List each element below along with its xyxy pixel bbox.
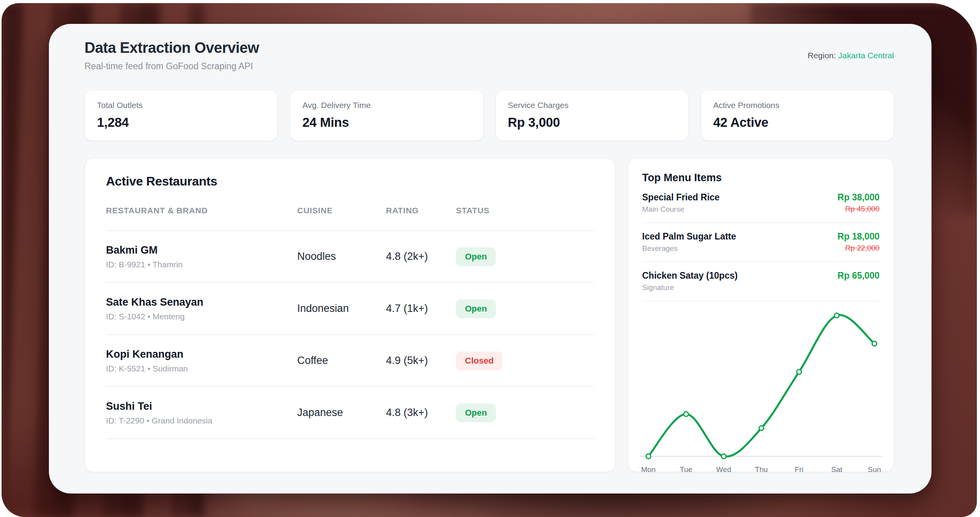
stat-card-total-outlets: Total Outlets 1,284: [84, 90, 278, 141]
menu-item-pricing: Rp 18,000 Rp 22,000: [838, 231, 879, 253]
header-titles: Data Extraction Overview Real-time feed …: [84, 40, 259, 72]
column-header-status: STATUS: [456, 206, 594, 215]
status-badge: Closed: [456, 351, 503, 370]
chart-x-label: Wed: [716, 465, 731, 474]
dashboard-card: Data Extraction Overview Real-time feed …: [49, 24, 932, 494]
table-row[interactable]: Sushi Tei ID: T-2290 • Grand Indonesia J…: [106, 387, 594, 439]
cuisine-cell: Indonesian: [297, 303, 386, 315]
status-cell: Open: [456, 247, 594, 266]
menu-list-item: Special Fried Rice Main Course Rp 38,000…: [642, 184, 879, 223]
stat-label: Avg. Delivery Time: [302, 101, 470, 110]
stat-value: 24 Mins: [302, 115, 470, 130]
menu-list-item: Iced Palm Sugar Latte Beverages Rp 18,00…: [642, 223, 879, 262]
chart-point: [835, 313, 839, 318]
content-panels: Active Restaurants RESTAURANT & BRAND CU…: [84, 158, 894, 472]
table-row[interactable]: Kopi Kenangan ID: K-5521 • Sudirman Coff…: [106, 335, 594, 387]
rating-cell: 4.8 (2k+): [386, 250, 456, 263]
rating-cell: 4.7 (1k+): [386, 303, 456, 315]
restaurant-cell: Sate Khas Senayan ID: S-1042 • Menteng: [106, 296, 297, 321]
page-title: Data Extraction Overview: [84, 40, 259, 56]
stat-value: 1,284: [97, 115, 265, 130]
stat-value: Rp 3,000: [508, 115, 676, 130]
chart-point: [872, 341, 877, 346]
menu-item-price: Rp 65,000: [838, 270, 879, 281]
status-badge: Open: [456, 247, 496, 266]
stat-label: Total Outlets: [97, 101, 265, 110]
stat-card-avg-delivery-time: Avg. Delivery Time 24 Mins: [290, 90, 483, 141]
chart-x-label: Tue: [680, 465, 692, 474]
menu-item-category: Main Course: [642, 205, 720, 214]
rating-cell: 4.9 (5k+): [386, 355, 456, 367]
table-row[interactable]: Bakmi GM ID: B-9921 • Thamrin Noodles 4.…: [106, 231, 594, 283]
stat-card-active-promotions: Active Promotions 42 Active: [701, 90, 894, 141]
restaurant-name: Sate Khas Senayan: [106, 296, 297, 308]
chart-point: [684, 412, 688, 416]
status-cell: Open: [456, 404, 594, 422]
column-header-restaurant: RESTAURANT & BRAND: [106, 206, 297, 215]
status-badge: Open: [456, 404, 496, 422]
menu-item-pricing: Rp 65,000: [838, 270, 879, 292]
trend-line-chart-svg: MonTueWedThuFriSatSun: [628, 304, 894, 481]
menu-item-old-price: Rp 45,000: [838, 205, 879, 213]
table-header: RESTAURANT & BRAND CUISINE RATING STATUS: [106, 206, 594, 231]
restaurant-name: Bakmi GM: [106, 244, 297, 256]
menu-item-name: Chicken Satay (10pcs): [642, 270, 738, 281]
restaurant-meta: ID: B-9921 • Thamrin: [106, 260, 297, 269]
menu-item-pricing: Rp 38,000 Rp 45,000: [838, 192, 879, 214]
restaurant-cell: Bakmi GM ID: B-9921 • Thamrin: [106, 244, 297, 269]
stat-card-service-charges: Service Charges Rp 3,000: [495, 90, 689, 141]
restaurant-meta: ID: S-1042 • Menteng: [106, 312, 297, 321]
restaurant-name: Kopi Kenangan: [106, 348, 297, 360]
table-row[interactable]: Sate Khas Senayan ID: S-1042 • Menteng I…: [106, 283, 594, 335]
status-cell: Closed: [456, 351, 594, 370]
menu-list-item: Chicken Satay (10pcs) Signature Rp 65,00…: [642, 262, 879, 301]
page-subtitle: Real-time feed from GoFood Scraping API: [84, 61, 259, 72]
menu-item-old-price: Rp 22,000: [838, 244, 879, 252]
stat-value: 42 Active: [713, 115, 881, 130]
status-cell: Open: [456, 299, 594, 318]
restaurants-panel-title: Active Restaurants: [106, 174, 594, 189]
menu-panel-title: Top Menu Items: [642, 172, 879, 184]
region-value-link[interactable]: Jakarta Central: [838, 51, 894, 60]
chart-point: [797, 369, 801, 374]
chart-point: [646, 454, 651, 459]
stat-label: Active Promotions: [713, 101, 881, 110]
menu-item-info: Chicken Satay (10pcs) Signature: [642, 270, 738, 292]
restaurant-cell: Sushi Tei ID: T-2290 • Grand Indonesia: [106, 400, 297, 425]
menu-item-category: Signature: [642, 283, 738, 292]
region-label: Region:: [808, 51, 836, 60]
stat-label: Service Charges: [508, 101, 676, 110]
menu-item-name: Special Fried Rice: [642, 192, 720, 203]
stats-row: Total Outlets 1,284 Avg. Delivery Time 2…: [84, 90, 894, 141]
restaurant-cell: Kopi Kenangan ID: K-5521 • Sudirman: [106, 348, 297, 373]
menu-item-price: Rp 18,000: [838, 231, 879, 242]
cuisine-cell: Noodles: [297, 250, 386, 263]
restaurant-name: Sushi Tei: [106, 400, 297, 413]
weekly-trend-chart: MonTueWedThuFriSatSun: [628, 304, 894, 481]
chart-x-label: Thu: [755, 465, 768, 474]
menu-item-price: Rp 38,000: [838, 192, 879, 203]
column-header-cuisine: CUISINE: [297, 206, 386, 215]
cuisine-cell: Coffee: [297, 355, 386, 367]
chart-point: [722, 454, 726, 459]
menu-item-name: Iced Palm Sugar Latte: [642, 231, 736, 242]
status-badge: Open: [456, 299, 496, 318]
chart-x-label: Mon: [641, 465, 656, 474]
chart-x-label: Sat: [831, 465, 842, 474]
rating-cell: 4.8 (3k+): [386, 407, 456, 419]
region-indicator: Region:Jakarta Central: [808, 51, 894, 60]
chart-x-label: Sun: [868, 465, 881, 474]
restaurant-meta: ID: T-2290 • Grand Indonesia: [106, 416, 297, 425]
cuisine-cell: Japanese: [297, 407, 386, 419]
menu-item-info: Special Fried Rice Main Course: [642, 192, 720, 214]
restaurant-meta: ID: K-5521 • Sudirman: [106, 364, 297, 373]
chart-x-label: Fri: [795, 465, 803, 474]
menu-item-info: Iced Palm Sugar Latte Beverages: [642, 231, 736, 253]
active-restaurants-panel: Active Restaurants RESTAURANT & BRAND CU…: [84, 158, 616, 472]
column-header-rating: RATING: [386, 206, 456, 215]
dashboard-header: Data Extraction Overview Real-time feed …: [84, 40, 894, 72]
top-menu-items-panel: Top Menu Items Special Fried Rice Main C…: [628, 158, 894, 472]
menu-item-category: Beverages: [642, 244, 736, 253]
chart-point: [759, 426, 764, 431]
